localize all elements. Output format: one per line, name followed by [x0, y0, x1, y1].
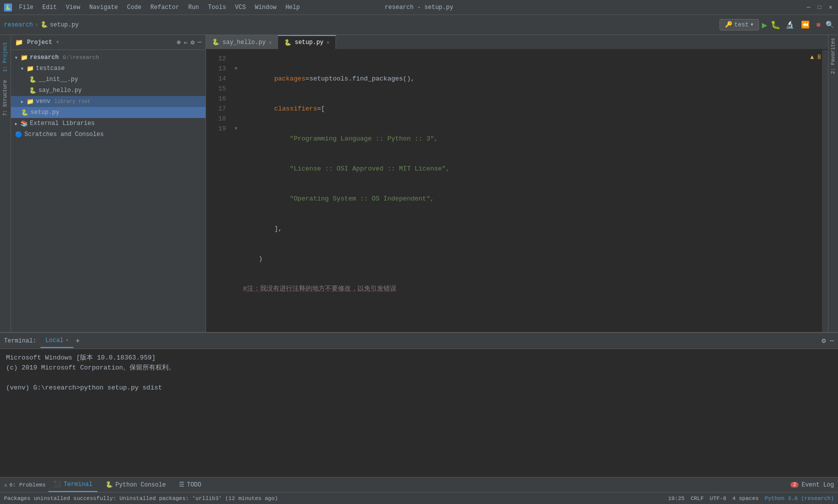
menu-refactor[interactable]: Refactor	[146, 3, 184, 12]
terminal-settings-icon[interactable]: ⚙	[822, 336, 826, 345]
menu-help[interactable]: Help	[282, 3, 304, 12]
testcase-folder-icon: 📁	[26, 65, 34, 72]
breadcrumb-project[interactable]: research	[4, 22, 33, 28]
run-button[interactable]: ▶	[762, 20, 768, 30]
terminal-tool-button[interactable]: ⬛ Terminal	[48, 478, 98, 492]
minimize-panel-icon[interactable]: ─	[198, 38, 202, 46]
minimize-button[interactable]: ─	[805, 4, 812, 11]
stop-button[interactable]: ■	[814, 20, 822, 30]
terminal-content[interactable]: Microsoft Windows [版本 10.0.18363.959] (c…	[0, 349, 838, 477]
external-libraries-label: External Libraries	[30, 120, 95, 127]
todo-button[interactable]: ☰ TODO	[174, 478, 206, 492]
root-label: research	[30, 54, 59, 61]
run-config-dropdown-icon: ▼	[750, 22, 753, 28]
menu-edit[interactable]: Edit	[38, 3, 61, 12]
tree-testcase[interactable]: ▼ 📁 testcase	[11, 63, 206, 74]
root-path: G:\research	[62, 54, 99, 60]
say-hello-tab-close[interactable]: ✕	[268, 40, 272, 46]
editor-scrollbar[interactable]	[822, 50, 828, 332]
local-tab[interactable]: Local ✕	[40, 334, 74, 348]
status-encoding[interactable]: UTF-8	[710, 496, 726, 502]
debug-button[interactable]: 🐛	[770, 20, 780, 30]
todo-icon: ☰	[179, 481, 184, 488]
root-folder-icon: 📁	[20, 54, 28, 62]
tree-setup-py[interactable]: 🐍 setup.py	[11, 107, 206, 118]
search-everywhere-button[interactable]: 🔍	[826, 20, 834, 29]
gutter-19: ▼	[231, 124, 241, 134]
say-hello-tab-label: say_hello.py	[222, 39, 266, 46]
status-line-ending[interactable]: CRLF	[690, 496, 704, 502]
python-console-button[interactable]: 🐍 Python Console	[100, 478, 171, 492]
gutter-14	[231, 74, 241, 84]
menu-vcs[interactable]: VCS	[231, 3, 250, 12]
code-content[interactable]: packages=setuptools.find_packages(), cla…	[241, 50, 822, 332]
profile-button[interactable]: ⏪	[799, 20, 812, 30]
code-line-18: )	[241, 254, 822, 264]
main-area: 1: Project 7: Structure 📁 Project ▼ ⊕ ⇐ …	[0, 35, 838, 332]
scratches-icon: 🔵	[15, 131, 22, 138]
menu-bar: File Edit View Navigate Code Refactor Ru…	[15, 3, 304, 12]
coverage-button[interactable]: 🔬	[784, 20, 796, 30]
left-tab-panel: 1: Project 7: Structure	[0, 35, 11, 332]
menu-window[interactable]: Window	[251, 3, 280, 12]
menu-navigate[interactable]: Navigate	[85, 3, 122, 12]
run-config-area: 🔑 test ▼ ▶ 🐛 🔬 ⏪ ■ 🔍	[720, 19, 834, 30]
run-config-button[interactable]: 🔑 test ▼	[720, 19, 759, 30]
problems-button[interactable]: ⚠ 6: Problems	[4, 482, 46, 488]
code-gutter: ▼ ▼	[231, 50, 241, 332]
python-console-label: Python Console	[116, 482, 166, 488]
terminal-minimize-icon[interactable]: ─	[830, 337, 834, 345]
tree-venv[interactable]: ▶ 📁 venv library root	[11, 96, 206, 107]
window-controls: ─ □ ✕	[805, 4, 834, 11]
favorites-tab[interactable]: 2: Favorites	[829, 35, 838, 77]
venv-label: venv	[36, 98, 50, 105]
problems-label: 6: Problems	[10, 482, 46, 488]
setup-label: setup.py	[30, 109, 60, 116]
tool-windows-bar: ⚠ 6: Problems ⬛ Terminal 🐍 Python Consol…	[0, 477, 838, 492]
todo-label: TODO	[187, 482, 202, 488]
menu-view[interactable]: View	[62, 3, 84, 12]
tree-init-py[interactable]: 🐍 __init__.py	[11, 74, 206, 85]
say-hello-label: say_hello.py	[38, 87, 82, 94]
setup-tab-close[interactable]: ✕	[326, 40, 330, 46]
local-tab-close[interactable]: ✕	[66, 338, 68, 343]
settings-icon[interactable]: ⚙	[190, 38, 194, 46]
menu-code[interactable]: Code	[123, 3, 146, 12]
tree-root[interactable]: ▼ 📁 research G:\research	[11, 52, 206, 63]
root-arrow-icon: ▼	[15, 56, 18, 60]
collapse-all-icon[interactable]: ⇐	[184, 38, 188, 46]
add-terminal-button[interactable]: +	[76, 337, 80, 345]
tab-setup[interactable]: 🐍 setup.py ✕	[278, 35, 336, 49]
breadcrumb-separator: ›	[35, 22, 38, 28]
run-config-label: test	[734, 22, 749, 28]
structure-tab[interactable]: 7: Structure	[1, 77, 10, 119]
tree-external-libraries[interactable]: ▶ 📚 External Libraries	[11, 118, 206, 129]
tree-say-hello-py[interactable]: 🐍 say_hello.py	[11, 85, 206, 96]
menu-run[interactable]: Run	[184, 3, 203, 12]
menu-tools[interactable]: Tools	[204, 3, 230, 12]
event-log-label[interactable]: Event Log	[802, 482, 834, 488]
gutter-18	[231, 114, 241, 124]
close-button[interactable]: ✕	[827, 4, 834, 11]
terminal-panel-icons: ⚙ ─	[822, 336, 834, 345]
title-bar-left: 🐍 File Edit View Navigate Code Refactor …	[4, 3, 304, 12]
event-log-area: 2 Event Log	[790, 482, 834, 488]
terminal-tool-label: Terminal	[64, 481, 92, 488]
tree-scratches[interactable]: 🔵 Scratches and Consoles	[11, 129, 206, 140]
setup-file-icon: 🐍	[21, 109, 28, 116]
tab-say-hello[interactable]: 🐍 say_hello.py ✕	[206, 35, 278, 49]
project-panel-title: Project	[27, 39, 52, 46]
ext-lib-icon: 📚	[20, 120, 28, 128]
setup-tab-icon: 🐍	[284, 39, 292, 46]
breadcrumb-file[interactable]: setup.py	[50, 22, 79, 28]
status-indent[interactable]: 4 spaces	[732, 496, 759, 502]
project-tab[interactable]: 1: Project	[1, 39, 10, 75]
bottom-panel: Terminal: Local ✕ + ⚙ ─ Microsoft Window…	[0, 332, 838, 477]
window-title: research - setup.py	[385, 4, 454, 11]
maximize-button[interactable]: □	[816, 4, 823, 11]
menu-file[interactable]: File	[15, 3, 38, 12]
project-panel: 📁 Project ▼ ⊕ ⇐ ⚙ ─ ▼ 📁 research G:\rese…	[11, 35, 206, 332]
status-bar: Packages uninstalled successfully: Unins…	[0, 492, 838, 504]
status-python-version[interactable]: Python 3.8 (research)	[764, 496, 834, 502]
add-content-icon[interactable]: ⊕	[177, 38, 181, 46]
